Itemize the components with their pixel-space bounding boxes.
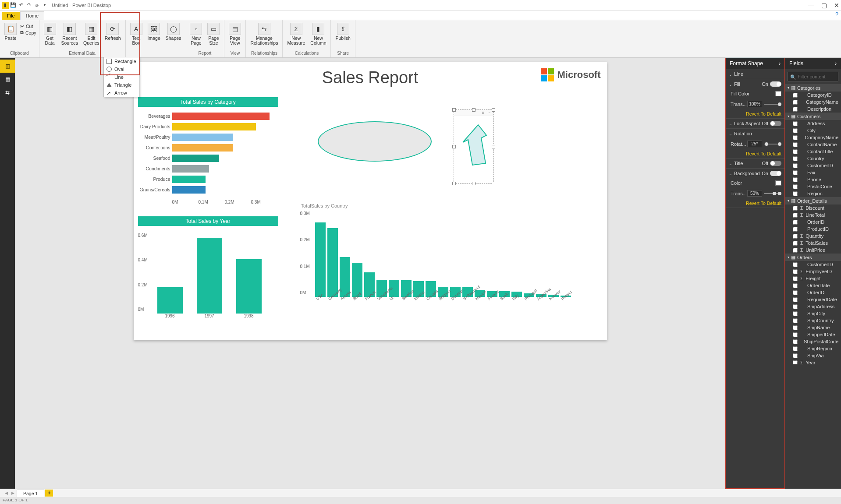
help-icon[interactable]: ?	[835, 11, 838, 18]
field-item[interactable]: PostalCode	[785, 183, 841, 190]
page-tab-1[interactable]: Page 1	[17, 490, 44, 497]
new-measure-button[interactable]: ΣNew Measure	[285, 22, 307, 46]
field-item[interactable]: ΣDiscount	[785, 204, 841, 211]
field-checkbox[interactable]	[793, 191, 798, 196]
field-checkbox[interactable]	[793, 93, 798, 98]
field-item[interactable]: ΣLineTotal	[785, 211, 841, 219]
field-checkbox[interactable]	[793, 121, 798, 126]
recent-sources-button[interactable]: ◧Recent Sources	[60, 22, 80, 46]
shape-oval[interactable]: Oval	[104, 65, 139, 73]
field-item[interactable]: ΣTotalSales	[785, 240, 841, 247]
chart-category[interactable]: Total Sales by Category BeveragesDairy P…	[138, 97, 278, 204]
field-item[interactable]: Country	[785, 155, 841, 162]
data-view-button[interactable]: ▦	[0, 73, 15, 86]
field-item[interactable]: Phone	[785, 176, 841, 183]
shape-line[interactable]: Line	[104, 73, 139, 81]
field-item[interactable]: Description	[785, 106, 841, 113]
field-checkbox[interactable]	[793, 206, 798, 211]
page-view-button[interactable]: ▤Page View	[227, 22, 243, 46]
field-checkbox[interactable]	[793, 234, 798, 239]
resize-handle[interactable]	[492, 182, 495, 185]
field-table-categories[interactable]: ▾▦Categories	[785, 84, 841, 92]
shapes-button[interactable]: ◯Shapes	[164, 22, 183, 42]
canvas-area[interactable]: Sales Report Microsoft Total Sales by Ca…	[15, 58, 725, 489]
field-item[interactable]: ShipCountry	[785, 317, 841, 324]
field-item[interactable]: CategoryName	[785, 99, 841, 106]
field-checkbox[interactable]	[793, 297, 798, 302]
chart-year[interactable]: Total Sales by Year 0.6M0.4M0.2M0M 19961…	[138, 216, 278, 318]
add-page-button[interactable]: +	[45, 490, 53, 497]
field-checkbox[interactable]	[793, 276, 798, 281]
section-title[interactable]: ⌄TitleOff	[725, 159, 785, 168]
resize-handle[interactable]	[492, 145, 495, 148]
image-button[interactable]: 🖼Image	[146, 22, 162, 42]
field-checkbox[interactable]	[793, 304, 798, 309]
field-item[interactable]: CompanyName	[785, 134, 841, 141]
field-item[interactable]: ShipRegion	[785, 345, 841, 352]
section-rotation[interactable]: ⌄Rotation	[725, 129, 785, 138]
field-checkbox[interactable]	[793, 248, 798, 253]
field-checkbox[interactable]	[793, 142, 798, 147]
page-next[interactable]: ▶	[10, 491, 16, 495]
field-item[interactable]: Address	[785, 120, 841, 127]
shape-arrow[interactable]: ↗Arrow	[104, 89, 139, 97]
field-checkbox[interactable]	[793, 346, 798, 351]
bg-color-swatch[interactable]	[775, 180, 781, 186]
field-checkbox[interactable]	[793, 107, 798, 112]
revert-rotation[interactable]: Revert To Default	[725, 149, 785, 158]
bg-trans-input[interactable]	[747, 190, 762, 197]
report-canvas[interactable]: Sales Report Microsoft Total Sales by Ca…	[134, 62, 607, 340]
resize-handle[interactable]	[472, 108, 476, 112]
more-icon[interactable]: ⋯	[487, 110, 492, 115]
resize-handle[interactable]	[472, 182, 476, 185]
page-prev[interactable]: ◀	[4, 491, 9, 495]
field-checkbox[interactable]	[793, 339, 798, 344]
field-item[interactable]: ShipAddress	[785, 303, 841, 310]
field-checkbox[interactable]	[793, 213, 798, 218]
revert-fill[interactable]: Revert To Default	[725, 109, 785, 118]
field-checkbox[interactable]	[793, 163, 798, 168]
section-line[interactable]: ⌄Line	[725, 69, 785, 79]
section-fill[interactable]: ⌄FillOn	[725, 79, 785, 89]
fill-color-swatch[interactable]	[775, 91, 781, 96]
resize-handle[interactable]	[452, 145, 456, 148]
field-checkbox[interactable]	[793, 353, 798, 358]
field-checkbox[interactable]	[793, 220, 798, 225]
shape-rectangle[interactable]: Rectangle	[104, 57, 139, 65]
section-lock-aspect[interactable]: ⌄Lock AspectOff	[725, 119, 785, 128]
field-item[interactable]: CategoryID	[785, 92, 841, 99]
field-checkbox[interactable]	[793, 290, 798, 295]
get-data-button[interactable]: ▥Get Data	[42, 22, 58, 46]
field-item[interactable]: CustomerID	[785, 261, 841, 268]
publish-button[interactable]: ⇪Publish	[334, 22, 352, 42]
paste-button[interactable]: 📋 Paste	[3, 22, 18, 42]
field-checkbox[interactable]	[793, 241, 798, 246]
resize-handle[interactable]	[452, 108, 456, 112]
relationships-view-button[interactable]: ⇆	[0, 86, 15, 99]
field-checkbox[interactable]	[793, 325, 798, 330]
rotation-input[interactable]	[747, 141, 762, 147]
fill-toggle[interactable]	[770, 81, 781, 87]
arrow-shape-selected[interactable]: ≡ ⋯	[454, 109, 494, 184]
field-item[interactable]: ΣYear	[785, 359, 841, 364]
cut-button[interactable]: ✂Cut	[20, 24, 36, 29]
field-item[interactable]: Region	[785, 190, 841, 197]
undo-icon[interactable]: ↶	[18, 2, 25, 9]
field-item[interactable]: RequiredDate	[785, 296, 841, 303]
drag-handle-icon[interactable]: ≡	[482, 110, 485, 115]
bg-trans-slider[interactable]	[764, 193, 781, 194]
tab-home[interactable]: Home	[20, 11, 44, 20]
field-item[interactable]: ShippedDate	[785, 331, 841, 338]
field-checkbox[interactable]	[793, 311, 798, 316]
field-checkbox[interactable]	[793, 283, 798, 288]
revert-bg[interactable]: Revert To Default	[725, 199, 785, 208]
redo-icon[interactable]: ↷	[25, 2, 32, 9]
field-item[interactable]: OrderDate	[785, 282, 841, 289]
field-checkbox[interactable]	[793, 135, 798, 140]
field-item[interactable]: ShipName	[785, 324, 841, 331]
report-view-button[interactable]: ▥	[0, 60, 15, 73]
field-table-orders[interactable]: ▾▦Orders	[785, 254, 841, 261]
field-checkbox[interactable]	[793, 269, 798, 274]
chart-country[interactable]: TotalSales by Country 0.3M0.2M0.1M0M USA…	[300, 202, 603, 302]
oval-shape[interactable]	[318, 121, 432, 162]
